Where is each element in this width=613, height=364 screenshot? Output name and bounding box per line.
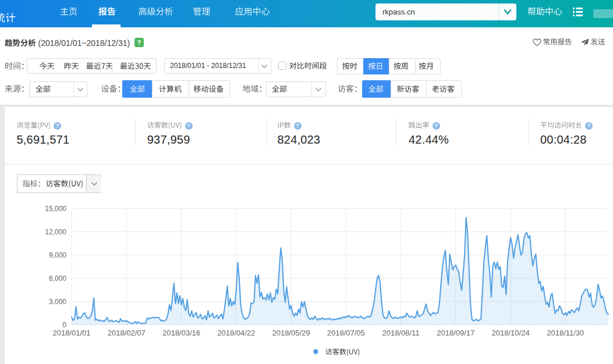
svg-text:2018/11/30: 2018/11/30 [547, 329, 584, 337]
svg-text:15,000: 15,000 [45, 205, 66, 213]
svg-text:2018/10/24: 2018/10/24 [492, 329, 530, 337]
svg-text:9,000: 9,000 [49, 251, 66, 259]
svg-text:2018/08/11: 2018/08/11 [382, 329, 419, 337]
svg-text:2018/05/29: 2018/05/29 [272, 329, 310, 337]
svg-text:6,000: 6,000 [49, 274, 66, 283]
svg-text:2018/07/05: 2018/07/05 [327, 329, 365, 337]
svg-text:2018/01/01: 2018/01/01 [52, 329, 90, 337]
svg-text:2018/09/17: 2018/09/17 [437, 329, 474, 337]
svg-text:12,000: 12,000 [45, 228, 66, 236]
svg-text:2018/02/07: 2018/02/07 [108, 329, 146, 337]
svg-text:0: 0 [62, 321, 66, 329]
svg-text:2018/04/22: 2018/04/22 [217, 329, 255, 337]
svg-text:2018/03/16: 2018/03/16 [162, 329, 200, 337]
svg-text:3,000: 3,000 [49, 298, 66, 306]
